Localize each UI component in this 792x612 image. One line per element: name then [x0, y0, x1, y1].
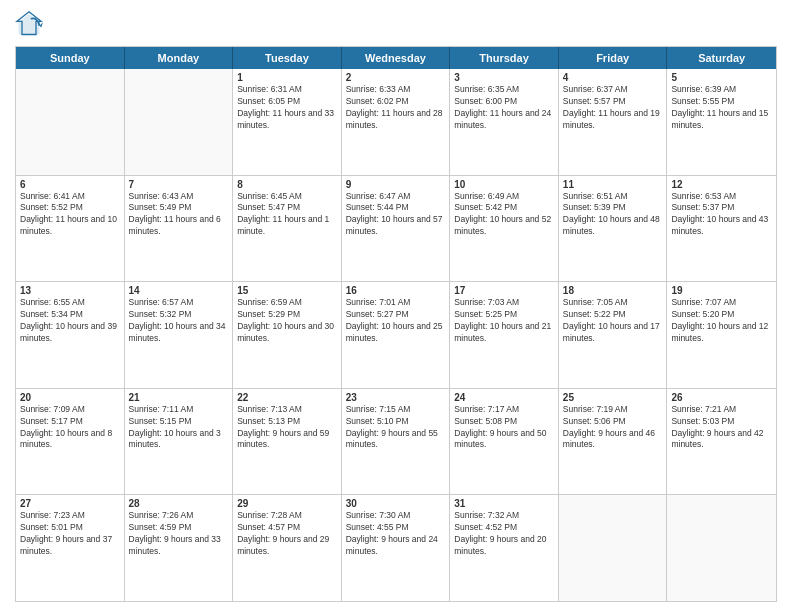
- sunrise-text: Sunrise: 6:43 AM: [129, 191, 229, 203]
- day-number: 7: [129, 179, 229, 190]
- sunset-text: Sunset: 4:52 PM: [454, 522, 554, 534]
- calendar-row-2: 6Sunrise: 6:41 AMSunset: 5:52 PMDaylight…: [16, 176, 776, 283]
- day-cell-12: 12Sunrise: 6:53 AMSunset: 5:37 PMDayligh…: [667, 176, 776, 282]
- day-cell-23: 23Sunrise: 7:15 AMSunset: 5:10 PMDayligh…: [342, 389, 451, 495]
- daylight-text: Daylight: 9 hours and 33 minutes.: [129, 534, 229, 558]
- daylight-text: Daylight: 9 hours and 37 minutes.: [20, 534, 120, 558]
- daylight-text: Daylight: 10 hours and 17 minutes.: [563, 321, 663, 345]
- header-day-tuesday: Tuesday: [233, 47, 342, 69]
- day-cell-20: 20Sunrise: 7:09 AMSunset: 5:17 PMDayligh…: [16, 389, 125, 495]
- day-number: 27: [20, 498, 120, 509]
- calendar-row-4: 20Sunrise: 7:09 AMSunset: 5:17 PMDayligh…: [16, 389, 776, 496]
- daylight-text: Daylight: 11 hours and 19 minutes.: [563, 108, 663, 132]
- daylight-text: Daylight: 10 hours and 25 minutes.: [346, 321, 446, 345]
- daylight-text: Daylight: 11 hours and 33 minutes.: [237, 108, 337, 132]
- sunset-text: Sunset: 5:06 PM: [563, 416, 663, 428]
- sunset-text: Sunset: 5:42 PM: [454, 202, 554, 214]
- day-number: 1: [237, 72, 337, 83]
- sunset-text: Sunset: 5:32 PM: [129, 309, 229, 321]
- day-cell-19: 19Sunrise: 7:07 AMSunset: 5:20 PMDayligh…: [667, 282, 776, 388]
- day-number: 29: [237, 498, 337, 509]
- sunset-text: Sunset: 5:01 PM: [20, 522, 120, 534]
- day-number: 3: [454, 72, 554, 83]
- sunset-text: Sunset: 5:13 PM: [237, 416, 337, 428]
- sunset-text: Sunset: 6:00 PM: [454, 96, 554, 108]
- day-cell-2: 2Sunrise: 6:33 AMSunset: 6:02 PMDaylight…: [342, 69, 451, 175]
- daylight-text: Daylight: 10 hours and 43 minutes.: [671, 214, 772, 238]
- sunrise-text: Sunrise: 7:30 AM: [346, 510, 446, 522]
- day-number: 23: [346, 392, 446, 403]
- sunset-text: Sunset: 5:44 PM: [346, 202, 446, 214]
- sunset-text: Sunset: 6:02 PM: [346, 96, 446, 108]
- empty-cell: [559, 495, 668, 601]
- daylight-text: Daylight: 10 hours and 48 minutes.: [563, 214, 663, 238]
- day-number: 8: [237, 179, 337, 190]
- header-day-monday: Monday: [125, 47, 234, 69]
- sunset-text: Sunset: 5:22 PM: [563, 309, 663, 321]
- logo: [15, 10, 47, 38]
- daylight-text: Daylight: 9 hours and 42 minutes.: [671, 428, 772, 452]
- daylight-text: Daylight: 9 hours and 20 minutes.: [454, 534, 554, 558]
- daylight-text: Daylight: 10 hours and 3 minutes.: [129, 428, 229, 452]
- sunrise-text: Sunrise: 7:07 AM: [671, 297, 772, 309]
- header-day-saturday: Saturday: [667, 47, 776, 69]
- daylight-text: Daylight: 10 hours and 21 minutes.: [454, 321, 554, 345]
- day-cell-22: 22Sunrise: 7:13 AMSunset: 5:13 PMDayligh…: [233, 389, 342, 495]
- sunrise-text: Sunrise: 6:31 AM: [237, 84, 337, 96]
- sunrise-text: Sunrise: 6:59 AM: [237, 297, 337, 309]
- day-cell-15: 15Sunrise: 6:59 AMSunset: 5:29 PMDayligh…: [233, 282, 342, 388]
- daylight-text: Daylight: 11 hours and 24 minutes.: [454, 108, 554, 132]
- sunset-text: Sunset: 5:27 PM: [346, 309, 446, 321]
- day-cell-9: 9Sunrise: 6:47 AMSunset: 5:44 PMDaylight…: [342, 176, 451, 282]
- sunrise-text: Sunrise: 6:47 AM: [346, 191, 446, 203]
- day-cell-31: 31Sunrise: 7:32 AMSunset: 4:52 PMDayligh…: [450, 495, 559, 601]
- day-number: 5: [671, 72, 772, 83]
- sunrise-text: Sunrise: 6:49 AM: [454, 191, 554, 203]
- sunrise-text: Sunrise: 7:23 AM: [20, 510, 120, 522]
- sunrise-text: Sunrise: 7:09 AM: [20, 404, 120, 416]
- sunrise-text: Sunrise: 7:13 AM: [237, 404, 337, 416]
- empty-cell: [667, 495, 776, 601]
- daylight-text: Daylight: 11 hours and 28 minutes.: [346, 108, 446, 132]
- sunset-text: Sunset: 5:20 PM: [671, 309, 772, 321]
- day-cell-3: 3Sunrise: 6:35 AMSunset: 6:00 PMDaylight…: [450, 69, 559, 175]
- sunrise-text: Sunrise: 7:32 AM: [454, 510, 554, 522]
- daylight-text: Daylight: 9 hours and 50 minutes.: [454, 428, 554, 452]
- sunset-text: Sunset: 5:15 PM: [129, 416, 229, 428]
- sunset-text: Sunset: 5:47 PM: [237, 202, 337, 214]
- sunrise-text: Sunrise: 7:17 AM: [454, 404, 554, 416]
- day-number: 15: [237, 285, 337, 296]
- daylight-text: Daylight: 11 hours and 6 minutes.: [129, 214, 229, 238]
- day-number: 16: [346, 285, 446, 296]
- daylight-text: Daylight: 9 hours and 55 minutes.: [346, 428, 446, 452]
- day-cell-5: 5Sunrise: 6:39 AMSunset: 5:55 PMDaylight…: [667, 69, 776, 175]
- daylight-text: Daylight: 11 hours and 15 minutes.: [671, 108, 772, 132]
- day-number: 22: [237, 392, 337, 403]
- sunset-text: Sunset: 6:05 PM: [237, 96, 337, 108]
- daylight-text: Daylight: 11 hours and 10 minutes.: [20, 214, 120, 238]
- header: [15, 10, 777, 38]
- daylight-text: Daylight: 10 hours and 39 minutes.: [20, 321, 120, 345]
- sunset-text: Sunset: 5:39 PM: [563, 202, 663, 214]
- calendar-body: 1Sunrise: 6:31 AMSunset: 6:05 PMDaylight…: [16, 69, 776, 601]
- day-number: 28: [129, 498, 229, 509]
- day-number: 31: [454, 498, 554, 509]
- sunrise-text: Sunrise: 6:35 AM: [454, 84, 554, 96]
- sunrise-text: Sunrise: 6:39 AM: [671, 84, 772, 96]
- sunrise-text: Sunrise: 6:45 AM: [237, 191, 337, 203]
- sunrise-text: Sunrise: 6:57 AM: [129, 297, 229, 309]
- day-cell-24: 24Sunrise: 7:17 AMSunset: 5:08 PMDayligh…: [450, 389, 559, 495]
- day-number: 2: [346, 72, 446, 83]
- daylight-text: Daylight: 11 hours and 1 minute.: [237, 214, 337, 238]
- daylight-text: Daylight: 9 hours and 46 minutes.: [563, 428, 663, 452]
- sunset-text: Sunset: 4:57 PM: [237, 522, 337, 534]
- day-cell-27: 27Sunrise: 7:23 AMSunset: 5:01 PMDayligh…: [16, 495, 125, 601]
- sunrise-text: Sunrise: 6:53 AM: [671, 191, 772, 203]
- day-cell-14: 14Sunrise: 6:57 AMSunset: 5:32 PMDayligh…: [125, 282, 234, 388]
- day-cell-30: 30Sunrise: 7:30 AMSunset: 4:55 PMDayligh…: [342, 495, 451, 601]
- sunset-text: Sunset: 5:49 PM: [129, 202, 229, 214]
- calendar-row-1: 1Sunrise: 6:31 AMSunset: 6:05 PMDaylight…: [16, 69, 776, 176]
- day-number: 17: [454, 285, 554, 296]
- sunrise-text: Sunrise: 7:03 AM: [454, 297, 554, 309]
- day-number: 18: [563, 285, 663, 296]
